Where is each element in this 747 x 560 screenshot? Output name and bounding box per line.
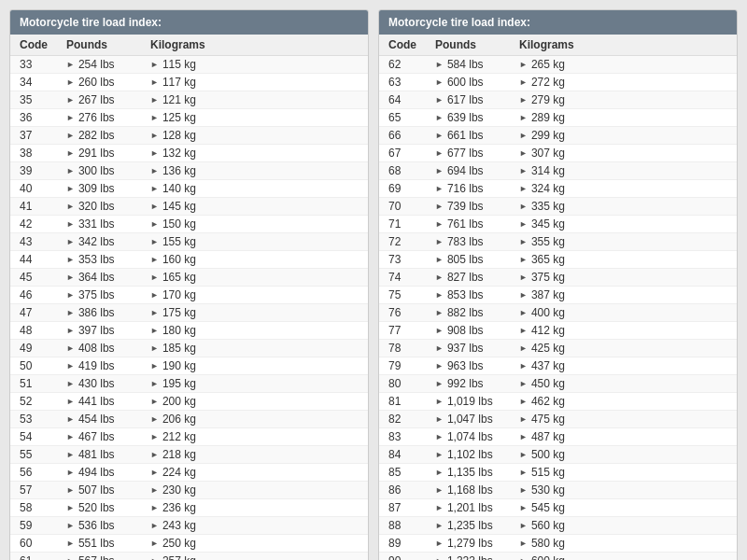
- table-row: 48► 397 lbs► 180 kg: [10, 322, 368, 340]
- arrow-icon: ►: [519, 202, 528, 211]
- pounds-cell: ► 267 lbs: [66, 93, 150, 106]
- table-row: 90► 1,323 lbs► 600 kg: [379, 553, 737, 560]
- table-row: 89► 1,279 lbs► 580 kg: [379, 535, 737, 553]
- kg-cell: ► 145 kg: [150, 200, 234, 213]
- arrow-icon: ►: [66, 485, 75, 495]
- arrow-icon: ►: [519, 273, 528, 282]
- arrow-icon: ►: [435, 308, 444, 317]
- code-cell: 42: [20, 217, 66, 231]
- table-row: 34► 260 lbs► 117 kg: [10, 74, 368, 91]
- pounds-cell: ► 507 lbs: [66, 483, 150, 497]
- arrow-icon: ►: [435, 468, 444, 477]
- kg-cell: ► 128 kg: [150, 129, 234, 142]
- table-row: 63► 600 lbs► 272 kg: [379, 74, 737, 91]
- pounds-cell: ► 992 lbs: [435, 377, 519, 390]
- kg-cell: ► 257 kg: [150, 554, 234, 560]
- table-row: 33► 254 lbs► 115 kg: [10, 56, 368, 74]
- kg-cell: ► 387 kg: [519, 288, 603, 301]
- arrow-icon: ►: [150, 166, 159, 175]
- pounds-cell: ► 276 lbs: [66, 111, 150, 124]
- arrow-icon: ►: [435, 379, 444, 388]
- col-header-0-2: Kilograms: [150, 38, 234, 51]
- arrow-icon: ►: [435, 414, 444, 424]
- code-cell: 75: [388, 288, 435, 301]
- arrow-icon: ►: [66, 343, 75, 353]
- arrow-icon: ►: [150, 131, 159, 140]
- code-cell: 47: [20, 306, 66, 319]
- pounds-cell: ► 1,279 lbs: [435, 537, 519, 550]
- arrow-icon: ►: [150, 273, 159, 282]
- table-row: 82► 1,047 lbs► 475 kg: [379, 411, 737, 428]
- pounds-cell: ► 300 lbs: [66, 164, 150, 177]
- arrow-icon: ►: [519, 361, 528, 371]
- table-row: 46► 375 lbs► 170 kg: [10, 287, 368, 304]
- kg-cell: ► 250 kg: [150, 537, 234, 550]
- kg-cell: ► 160 kg: [150, 253, 234, 266]
- table-row: 53► 454 lbs► 206 kg: [10, 411, 368, 428]
- arrow-icon: ►: [66, 503, 75, 512]
- arrow-icon: ►: [150, 485, 159, 495]
- pounds-cell: ► 677 lbs: [435, 147, 519, 160]
- pounds-cell: ► 408 lbs: [66, 342, 150, 355]
- code-cell: 80: [388, 377, 435, 390]
- code-cell: 74: [388, 271, 435, 284]
- code-cell: 65: [388, 111, 435, 124]
- arrow-icon: ►: [66, 308, 75, 317]
- arrow-icon: ►: [519, 539, 528, 548]
- arrow-icon: ►: [66, 60, 75, 69]
- pounds-cell: ► 761 lbs: [435, 217, 519, 231]
- col-header-1-0: Code: [388, 38, 435, 51]
- table-row: 39► 300 lbs► 136 kg: [10, 162, 368, 180]
- arrow-icon: ►: [435, 60, 444, 69]
- table-row: 85► 1,135 lbs► 515 kg: [379, 464, 737, 482]
- arrow-icon: ►: [519, 521, 528, 530]
- table-row: 57► 507 lbs► 230 kg: [10, 482, 368, 499]
- code-cell: 63: [388, 76, 435, 89]
- pounds-cell: ► 1,047 lbs: [435, 413, 519, 426]
- code-cell: 86: [388, 483, 435, 497]
- pounds-cell: ► 783 lbs: [435, 235, 519, 248]
- arrow-icon: ►: [435, 503, 444, 512]
- pounds-cell: ► 827 lbs: [435, 271, 519, 284]
- code-cell: 73: [388, 253, 435, 266]
- arrow-icon: ►: [519, 503, 528, 512]
- pounds-cell: ► 536 lbs: [66, 519, 150, 532]
- arrow-icon: ►: [519, 113, 528, 122]
- arrow-icon: ►: [519, 255, 528, 264]
- arrow-icon: ►: [519, 290, 528, 300]
- table-row: 83► 1,074 lbs► 487 kg: [379, 428, 737, 446]
- arrow-icon: ►: [150, 237, 159, 246]
- code-cell: 51: [20, 377, 66, 390]
- arrow-icon: ►: [66, 184, 75, 193]
- pounds-cell: ► 397 lbs: [66, 324, 150, 337]
- arrow-icon: ►: [519, 432, 528, 441]
- code-cell: 81: [388, 395, 435, 408]
- arrow-icon: ►: [435, 326, 444, 335]
- code-cell: 36: [20, 111, 66, 124]
- table-row: 73► 805 lbs► 365 kg: [379, 251, 737, 269]
- code-cell: 60: [20, 537, 66, 550]
- col-header-1-2: Kilograms: [519, 38, 603, 51]
- code-cell: 72: [388, 235, 435, 248]
- arrow-icon: ►: [435, 485, 444, 495]
- code-cell: 88: [388, 519, 435, 532]
- pounds-cell: ► 320 lbs: [66, 200, 150, 213]
- pounds-cell: ► 353 lbs: [66, 253, 150, 266]
- pounds-cell: ► 963 lbs: [435, 359, 519, 372]
- kg-cell: ► 185 kg: [150, 342, 234, 355]
- table-row: 68► 694 lbs► 314 kg: [379, 162, 737, 180]
- code-cell: 69: [388, 182, 435, 195]
- arrow-icon: ►: [66, 202, 75, 211]
- kg-cell: ► 218 kg: [150, 448, 234, 461]
- arrow-icon: ►: [66, 148, 75, 158]
- table-row: 40► 309 lbs► 140 kg: [10, 180, 368, 198]
- arrow-icon: ►: [435, 255, 444, 264]
- arrow-icon: ►: [66, 237, 75, 246]
- arrow-icon: ►: [66, 539, 75, 548]
- pounds-cell: ► 617 lbs: [435, 93, 519, 106]
- table-row: 78► 937 lbs► 425 kg: [379, 340, 737, 357]
- pounds-cell: ► 467 lbs: [66, 430, 150, 443]
- code-cell: 59: [20, 519, 66, 532]
- table-row: 67► 677 lbs► 307 kg: [379, 145, 737, 162]
- kg-cell: ► 307 kg: [519, 147, 603, 160]
